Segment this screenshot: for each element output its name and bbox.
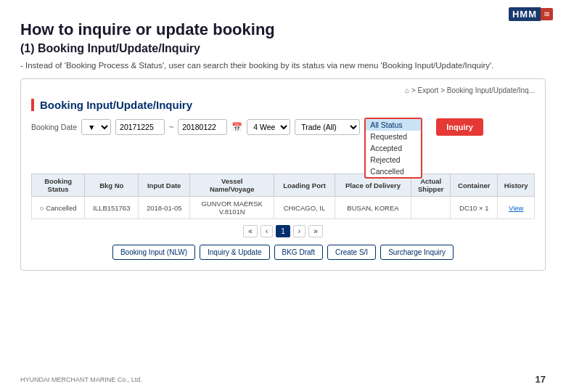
- cell-loading-port: CHICAGO, IL: [274, 197, 335, 219]
- content-frame: ⌂ > Export > Booking Input/Update/Inq...…: [20, 78, 546, 271]
- cell-bkg-no: ILLB151763: [85, 197, 139, 219]
- page-number: 17: [536, 374, 546, 385]
- pagination: « ‹ 1 › »: [31, 225, 535, 237]
- page-subtitle: (1) Booking Input/Update/Inquiry: [20, 42, 546, 55]
- booking-date-label: Booking Date: [31, 123, 77, 131]
- breadcrumb: ⌂ > Export > Booking Input/Update/Inq...: [31, 86, 535, 94]
- status-option-cancelled[interactable]: Cancelled: [366, 166, 421, 177]
- inquiry-button[interactable]: Inquiry: [436, 118, 483, 136]
- col-input-date: Input Date: [139, 174, 190, 197]
- filter-row: Booking Date ▼ ~ 📅 4 Weeks Trade (All) A…: [31, 118, 535, 136]
- create-si-button[interactable]: Create S/I: [327, 245, 376, 260]
- subtitle-desc: - Instead of 'Booking Process & Status',…: [20, 60, 546, 71]
- current-page: 1: [276, 225, 290, 237]
- next-page-button[interactable]: ›: [293, 225, 305, 237]
- col-booking-status: BookingStatus: [32, 174, 85, 197]
- logo-wave: ≋: [541, 8, 553, 20]
- cell-radio[interactable]: ○ Cancelled: [32, 197, 85, 219]
- status-option-all[interactable]: All Status: [366, 119, 421, 131]
- view-link[interactable]: View: [509, 204, 523, 212]
- cell-input-date: 2018-01-05: [139, 197, 190, 219]
- col-history: History: [498, 174, 535, 197]
- booking-date-select[interactable]: ▼: [81, 119, 111, 135]
- cell-history[interactable]: View: [498, 197, 535, 219]
- last-page-button[interactable]: »: [308, 225, 323, 237]
- company-name: HYUNDAI MERCHANT MARINE Co., Ltd.: [20, 376, 142, 383]
- logo: HMM ≋: [509, 7, 553, 21]
- first-page-button[interactable]: «: [243, 225, 258, 237]
- booking-input-nlw-button[interactable]: Booking Input (NLW): [112, 245, 195, 260]
- cell-status: Cancelled: [46, 204, 76, 212]
- logo-text: HMM: [509, 7, 541, 21]
- weeks-select[interactable]: 4 Weeks: [247, 119, 290, 135]
- cell-actual-shipper: [411, 197, 451, 219]
- table-wrapper: BookingStatus Bkg No Input Date VesselNa…: [31, 173, 535, 219]
- date-to-input[interactable]: [178, 119, 227, 135]
- bottom-buttons: Booking Input (NLW) Inquiry & Update BKG…: [31, 245, 535, 260]
- status-option-requested[interactable]: Requested: [366, 131, 421, 142]
- page: HMM ≋ How to inquire or update booking (…: [0, 0, 566, 392]
- table-header-row: BookingStatus Bkg No Input Date VesselNa…: [32, 174, 535, 197]
- prev-page-button[interactable]: ‹: [261, 225, 273, 237]
- date-tilde: ~: [169, 123, 173, 131]
- section-title: Booking Input/Update/Inquiry: [31, 99, 535, 111]
- status-dropdown-box[interactable]: All Status Requested Accepted Rejected C…: [364, 118, 422, 179]
- col-vessel: VesselName/Voyage: [190, 174, 274, 197]
- col-bkg-no: Bkg No: [85, 174, 139, 197]
- surcharge-inquiry-button[interactable]: Surcharge Inquiry: [380, 245, 454, 260]
- cell-delivery: BUSAN, KOREA: [335, 197, 411, 219]
- calendar-icon[interactable]: 📅: [231, 122, 242, 132]
- date-from-input[interactable]: [115, 119, 165, 135]
- cell-vessel: GUNVOR MAERSKV.8101N: [190, 197, 274, 219]
- inquiry-update-button[interactable]: Inquiry & Update: [200, 245, 270, 260]
- page-title: How to inquire or update booking: [20, 20, 546, 39]
- cell-container: DC10 × 1: [451, 197, 498, 219]
- bkg-draft-button[interactable]: BKG Draft: [274, 245, 324, 260]
- trade-select[interactable]: Trade (All): [295, 119, 360, 135]
- status-dropdown[interactable]: All Status Requested Accepted Rejected C…: [364, 119, 426, 135]
- col-container: Container: [451, 174, 498, 197]
- status-option-rejected[interactable]: Rejected: [366, 154, 421, 166]
- status-option-accepted[interactable]: Accepted: [366, 142, 421, 154]
- booking-table: BookingStatus Bkg No Input Date VesselNa…: [31, 173, 535, 219]
- col-loading-port: Loading Port: [274, 174, 335, 197]
- table-row: ○ Cancelled ILLB151763 2018-01-05 GUNVOR…: [32, 197, 535, 219]
- footer: HYUNDAI MERCHANT MARINE Co., Ltd. 17: [20, 374, 546, 385]
- hmm-logo: HMM ≋: [509, 7, 553, 21]
